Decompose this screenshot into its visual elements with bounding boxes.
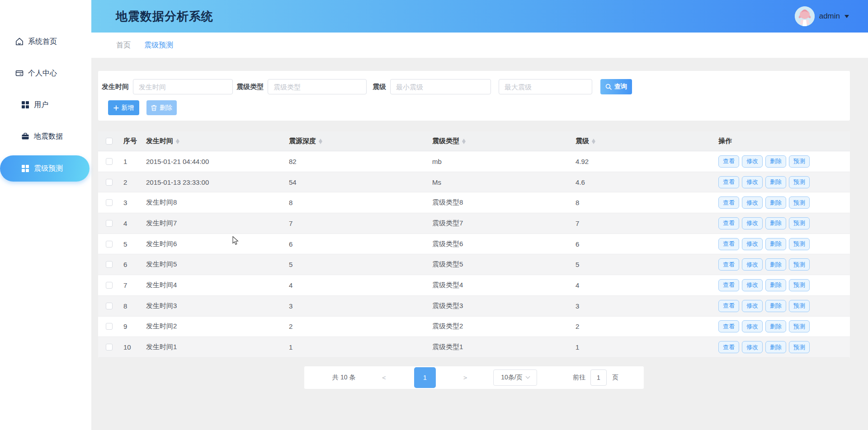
edit-button[interactable]: 修改 bbox=[742, 258, 763, 271]
page-button-1[interactable]: 1 bbox=[414, 367, 436, 388]
row-checkbox[interactable] bbox=[106, 158, 113, 165]
cell-type: 震级类型1 bbox=[429, 343, 572, 351]
predict-button[interactable]: 预测 bbox=[789, 341, 810, 353]
view-button[interactable]: 查看 bbox=[718, 320, 739, 332]
goto-page-input[interactable] bbox=[590, 369, 607, 386]
cell-depth: 5 bbox=[285, 261, 429, 268]
sort-caret-icon[interactable] bbox=[592, 137, 595, 146]
delete-row-button[interactable]: 删除 bbox=[765, 279, 786, 291]
table-row: 22015-01-13 23:33:0054Ms4.6查看修改删除预测 bbox=[98, 172, 850, 193]
delete-row-button[interactable]: 删除 bbox=[765, 196, 786, 209]
row-checkbox[interactable] bbox=[106, 323, 113, 330]
view-button[interactable]: 查看 bbox=[718, 238, 739, 250]
row-checkbox[interactable] bbox=[106, 220, 113, 227]
cell-magnitude: 5 bbox=[572, 261, 715, 268]
cell-type: 震级类型5 bbox=[429, 260, 572, 269]
predict-button[interactable]: 预测 bbox=[789, 176, 810, 188]
user-menu[interactable]: admin bbox=[795, 6, 849, 26]
type-filter-label: 震级类型 bbox=[236, 83, 264, 91]
row-checkbox[interactable] bbox=[106, 344, 113, 351]
delete-row-button[interactable]: 删除 bbox=[765, 176, 786, 188]
select-all-checkbox[interactable] bbox=[106, 138, 113, 145]
sort-caret-icon[interactable] bbox=[176, 137, 179, 146]
cell-depth: 54 bbox=[285, 178, 429, 186]
delete-row-button[interactable]: 删除 bbox=[765, 300, 786, 312]
edit-button[interactable]: 修改 bbox=[742, 155, 763, 168]
sidebar-item-users[interactable]: 用户 bbox=[0, 92, 91, 117]
predict-button[interactable]: 预测 bbox=[789, 155, 810, 168]
table-row: 3发生时间88震级类型88查看修改删除预测 bbox=[98, 192, 850, 213]
row-checkbox[interactable] bbox=[106, 282, 113, 289]
predict-button[interactable]: 预测 bbox=[789, 279, 810, 291]
tab-magnitude-prediction[interactable]: 震级预测 bbox=[144, 41, 173, 50]
prev-page-icon[interactable]: < bbox=[382, 374, 386, 381]
sort-caret-icon[interactable] bbox=[462, 137, 466, 146]
predict-button[interactable]: 预测 bbox=[789, 258, 810, 271]
row-checkbox[interactable] bbox=[106, 303, 113, 309]
sidebar-item-system-home[interactable]: 系统首页 bbox=[0, 29, 91, 54]
plus-icon bbox=[113, 105, 119, 111]
edit-button[interactable]: 修改 bbox=[742, 279, 763, 291]
predict-button[interactable]: 预测 bbox=[789, 238, 810, 250]
delete-row-button[interactable]: 删除 bbox=[765, 155, 786, 168]
search-button[interactable]: 查询 bbox=[600, 79, 632, 94]
delete-button[interactable]: 删除 bbox=[146, 100, 177, 115]
edit-button[interactable]: 修改 bbox=[742, 300, 763, 312]
search-icon bbox=[605, 84, 612, 90]
avatar[interactable] bbox=[795, 6, 815, 26]
page-size-select[interactable]: 10条/页 bbox=[493, 369, 537, 386]
min-magnitude-input[interactable] bbox=[390, 79, 491, 94]
predict-button[interactable]: 预测 bbox=[789, 320, 810, 332]
cell-operation: 查看修改删除预测 bbox=[715, 320, 850, 332]
sidebar-item-earthquake-data[interactable]: 地震数据 bbox=[0, 124, 91, 149]
sort-caret-icon[interactable] bbox=[319, 137, 322, 146]
tab-home[interactable]: 首页 bbox=[116, 41, 131, 50]
table-header-row: 序号 发生时间 震源深度 震级类型 震级 操作 bbox=[98, 131, 850, 151]
sidebar-item-label: 系统首页 bbox=[28, 37, 57, 47]
magnitude-filter-label: 震级 bbox=[373, 83, 386, 91]
edit-button[interactable]: 修改 bbox=[742, 176, 763, 188]
view-button[interactable]: 查看 bbox=[718, 341, 739, 353]
edit-button[interactable]: 修改 bbox=[742, 238, 763, 250]
delete-row-button[interactable]: 删除 bbox=[765, 258, 786, 271]
table-row: 6发生时间55震级类型55查看修改删除预测 bbox=[98, 254, 850, 275]
row-checkbox[interactable] bbox=[106, 199, 113, 206]
edit-button[interactable]: 修改 bbox=[742, 196, 763, 209]
cell-time: 发生时间7 bbox=[142, 219, 285, 228]
sidebar-item-magnitude-prediction[interactable]: 震级预测 bbox=[0, 155, 90, 182]
cell-operation: 查看修改删除预测 bbox=[715, 196, 850, 209]
row-checkbox[interactable] bbox=[106, 241, 113, 248]
sidebar-item-profile[interactable]: 个人中心 bbox=[0, 61, 91, 86]
predict-button[interactable]: 预测 bbox=[789, 196, 810, 209]
type-filter-input[interactable] bbox=[268, 79, 367, 94]
cell-operation: 查看修改删除预测 bbox=[715, 238, 850, 250]
edit-button[interactable]: 修改 bbox=[742, 217, 763, 229]
predict-button[interactable]: 预测 bbox=[789, 217, 810, 229]
max-magnitude-input[interactable] bbox=[499, 79, 592, 94]
grid-icon bbox=[21, 164, 30, 173]
edit-button[interactable]: 修改 bbox=[742, 341, 763, 353]
predict-button[interactable]: 预测 bbox=[789, 300, 810, 312]
app-root: 系统首页 个人中心 用户 地震数据 震级预测 bbox=[0, 0, 868, 430]
grid-icon bbox=[21, 100, 30, 109]
cell-type: Ms bbox=[429, 178, 572, 186]
view-button[interactable]: 查看 bbox=[718, 279, 739, 291]
next-page-icon[interactable]: > bbox=[463, 374, 467, 381]
delete-row-button[interactable]: 删除 bbox=[765, 217, 786, 229]
view-button[interactable]: 查看 bbox=[718, 258, 739, 271]
edit-button[interactable]: 修改 bbox=[742, 320, 763, 332]
view-button[interactable]: 查看 bbox=[718, 217, 739, 229]
delete-row-button[interactable]: 删除 bbox=[765, 238, 786, 250]
row-checkbox[interactable] bbox=[106, 261, 113, 268]
row-checkbox[interactable] bbox=[106, 179, 113, 186]
time-filter-input[interactable] bbox=[133, 79, 233, 94]
view-button[interactable]: 查看 bbox=[718, 196, 739, 209]
cell-operation: 查看修改删除预测 bbox=[715, 279, 850, 291]
table-row: 7发生时间44震级类型44查看修改删除预测 bbox=[98, 275, 850, 296]
delete-row-button[interactable]: 删除 bbox=[765, 341, 786, 353]
view-button[interactable]: 查看 bbox=[718, 155, 739, 168]
view-button[interactable]: 查看 bbox=[718, 300, 739, 312]
view-button[interactable]: 查看 bbox=[718, 176, 739, 188]
add-button[interactable]: 新增 bbox=[108, 100, 139, 115]
delete-row-button[interactable]: 删除 bbox=[765, 320, 786, 332]
